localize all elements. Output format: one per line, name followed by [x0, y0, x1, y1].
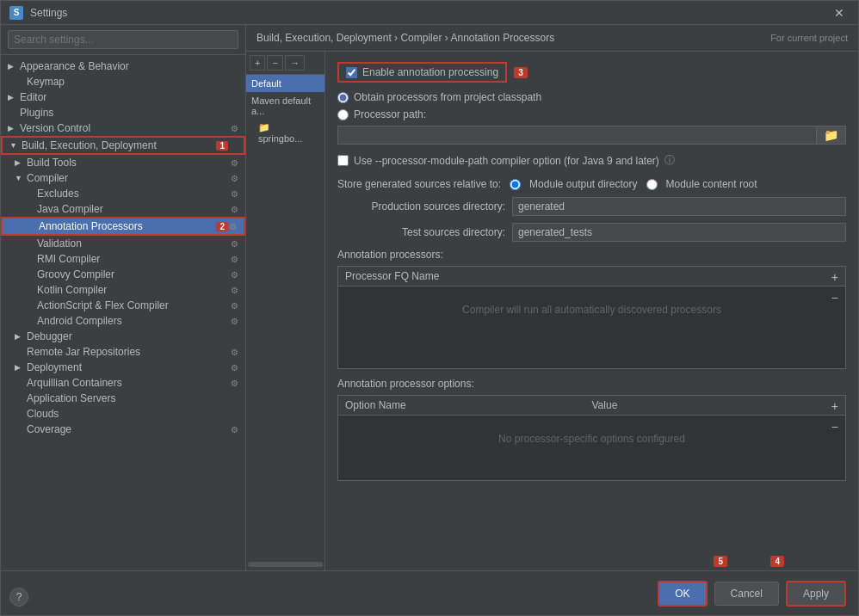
settings-window: S Settings ✕ ▶ Appearance & Behavior Key… — [0, 0, 859, 616]
profile-subitem-springbo[interactable]: 📁 springbo... — [246, 120, 324, 146]
for-current-project: For current project — [770, 33, 848, 43]
use-processor-module-label: Use --processor-module-path compiler opt… — [354, 155, 659, 167]
sidebar-item-label: Keymap — [27, 76, 238, 88]
test-sources-label: Test sources directory: — [337, 226, 505, 238]
sidebar-item-plugins[interactable]: Plugins — [1, 105, 245, 120]
enable-annotation-checkbox[interactable] — [346, 67, 357, 78]
sidebar-item-label: RMI Compiler — [37, 253, 231, 265]
tree-area: ▶ Appearance & Behavior Keymap ▶ Editor … — [1, 55, 245, 570]
sidebar-item-app-servers[interactable]: Application Servers — [1, 391, 245, 406]
obtain-processors-label: Obtain processors from project classpath — [354, 91, 541, 103]
apply-button[interactable]: Apply — [786, 581, 846, 607]
sidebar-item-clouds[interactable]: Clouds — [1, 406, 245, 422]
sidebar-item-build-tools[interactable]: ▶ Build Tools ⚙ — [1, 155, 245, 170]
help-button[interactable]: ? — [9, 588, 28, 607]
sidebar-item-java-compiler[interactable]: Java Compiler ⚙ — [1, 201, 245, 217]
folder-icon: 📁 — [258, 122, 270, 132]
sidebar-item-arquillian[interactable]: Arquillian Containers ⚙ — [1, 375, 245, 391]
remove-profile-button[interactable]: − — [267, 55, 282, 71]
search-input[interactable] — [8, 30, 238, 49]
profile-item-maven[interactable]: Maven default a... — [246, 92, 324, 120]
sidebar-item-debugger[interactable]: ▶ Debugger — [1, 329, 245, 344]
profile-item-default[interactable]: Default — [246, 75, 324, 92]
enable-annotation-row: Enable annotation processing 3 — [337, 62, 846, 83]
settings-icon: ⚙ — [229, 222, 237, 231]
sidebar-item-compiler[interactable]: ▼ Compiler ⚙ — [1, 170, 245, 186]
production-sources-row: Production sources directory: — [337, 197, 846, 216]
store-label: Store generated sources relative to: — [337, 178, 501, 190]
profile-label: springbo... — [258, 133, 302, 144]
sidebar-item-kotlin-compiler[interactable]: Kotlin Compiler ⚙ — [1, 282, 245, 298]
sidebar-item-coverage[interactable]: Coverage ⚙ — [1, 422, 245, 437]
cancel-button[interactable]: Cancel — [714, 582, 779, 606]
add-profile-button[interactable]: + — [250, 55, 265, 71]
settings-icon: ⚙ — [231, 363, 238, 373]
add-option-button[interactable]: + — [825, 396, 845, 416]
settings-icon: ⚙ — [231, 205, 238, 214]
chevron-right-icon: ▶ — [15, 363, 27, 372]
copy-profile-button[interactable]: → — [285, 55, 305, 71]
badge-2: 2 — [216, 222, 228, 231]
breadcrumb-active: Annotation Processors — [450, 32, 554, 44]
use-processor-module-checkbox[interactable] — [337, 155, 349, 166]
sidebar-item-label: Annotation Processors — [39, 220, 229, 232]
enable-annotation-checkbox-container[interactable]: Enable annotation processing — [337, 62, 507, 83]
sidebar-item-validation[interactable]: Validation ⚙ — [1, 236, 245, 251]
sidebar-item-label: Coverage — [27, 423, 231, 435]
main-content: ▶ Appearance & Behavior Keymap ▶ Editor … — [1, 25, 858, 570]
processor-path-radio[interactable] — [337, 109, 349, 120]
sidebar-item-label: Debugger — [27, 330, 238, 342]
test-sources-input[interactable] — [512, 223, 846, 242]
close-button[interactable]: ✕ — [829, 4, 850, 22]
sidebar-item-remote-jar[interactable]: Remote Jar Repositories ⚙ — [1, 344, 245, 360]
settings-icon: ⚙ — [231, 239, 238, 249]
sidebar-item-label: Appearance & Behavior — [20, 60, 238, 72]
processor-fq-name-header: Processor FQ Name — [345, 270, 838, 282]
path-input[interactable] — [337, 126, 817, 145]
sidebar-item-actionscript-compiler[interactable]: ActionScript & Flex Compiler ⚙ — [1, 298, 245, 313]
processor-path-label: Processor path: — [354, 108, 426, 120]
badge-5: 5 — [714, 556, 727, 567]
app-icon: S — [9, 6, 23, 20]
module-content-radio[interactable] — [646, 179, 658, 190]
sidebar-item-editor[interactable]: ▶ Editor — [1, 89, 245, 105]
sidebar-item-groovy-compiler[interactable]: Groovy Compiler ⚙ — [1, 267, 245, 282]
module-output-radio[interactable] — [510, 179, 521, 190]
option-value-header: Value — [592, 399, 839, 411]
options-table-header: Option Name Value — [338, 396, 845, 416]
sidebar-item-appearance[interactable]: ▶ Appearance & Behavior — [1, 59, 245, 74]
path-browse-button[interactable]: 📁 — [817, 126, 846, 145]
sidebar-item-annotation-processors[interactable]: Annotation Processors 2 ⚙ — [1, 217, 245, 236]
sidebar-item-label: Deployment — [27, 361, 231, 373]
sidebar-item-excludes[interactable]: Excludes ⚙ — [1, 186, 245, 201]
enable-annotation-label: Enable annotation processing — [362, 66, 498, 78]
sidebar-item-keymap[interactable]: Keymap — [1, 74, 245, 89]
sidebar-item-build-execution[interactable]: ▼ Build, Execution, Deployment 1 — [1, 136, 245, 155]
settings-icon: ⚙ — [231, 301, 238, 311]
add-processor-button[interactable]: + — [825, 267, 845, 287]
sidebar-item-label: Validation — [37, 237, 231, 249]
breadcrumb-bar: Build, Execution, Deployment › Compiler … — [246, 25, 858, 52]
sidebar-item-deployment[interactable]: ▶ Deployment ⚙ — [1, 360, 245, 375]
no-options-message: No processor-specific options configured — [338, 416, 845, 462]
sidebar-item-label: Kotlin Compiler — [37, 284, 231, 296]
profile-label: Default — [251, 78, 281, 89]
sidebar-item-label: Build Tools — [27, 157, 231, 169]
sidebar-item-label: Application Servers — [27, 392, 238, 404]
sidebar-item-label: Java Compiler — [37, 203, 231, 215]
sidebar-item-rmi-compiler[interactable]: RMI Compiler ⚙ — [1, 251, 245, 267]
production-sources-input[interactable] — [512, 197, 846, 216]
settings-icon: ⚙ — [231, 317, 238, 326]
chevron-right-icon: ▶ — [8, 124, 20, 132]
obtain-processors-row: Obtain processors from project classpath — [337, 91, 846, 103]
search-box — [1, 25, 245, 55]
badge-4: 4 — [770, 556, 784, 567]
sidebar-item-android-compilers[interactable]: Android Compilers ⚙ — [1, 313, 245, 329]
remove-processor-button[interactable]: − — [825, 287, 845, 308]
remove-option-button[interactable]: − — [825, 416, 845, 437]
profiles-scrollbar[interactable] — [248, 562, 323, 567]
obtain-processors-radio[interactable] — [337, 92, 349, 103]
sidebar-item-version-control[interactable]: ▶ Version Control ⚙ — [1, 120, 245, 136]
ok-button[interactable]: OK — [658, 581, 707, 607]
sidebar-item-label: Build, Execution, Deployment — [22, 139, 237, 151]
